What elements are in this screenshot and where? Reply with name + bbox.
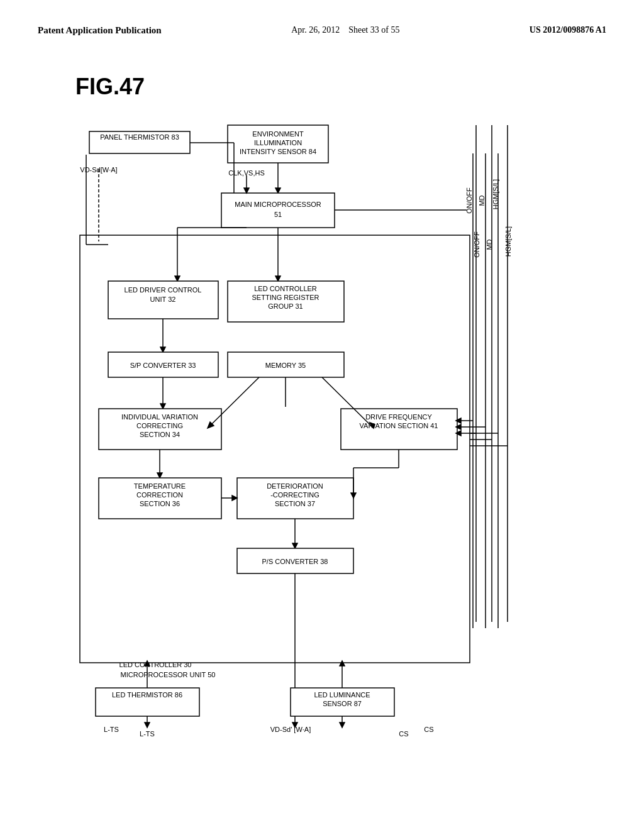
svg-marker-108 [340, 722, 345, 728]
svg-text:CS: CS [424, 726, 433, 733]
svg-text:INDIVIDUAL VARIATION: INDIVIDUAL VARIATION [121, 413, 198, 421]
svg-text:CS: CS [399, 730, 408, 738]
svg-text:LED THERMISTOR 86: LED THERMISTOR 86 [112, 691, 182, 699]
svg-text:VD-Sd' [W·A]: VD-Sd' [W·A] [270, 726, 311, 733]
svg-text:P/S CONVERTER 38: P/S CONVERTER 38 [262, 558, 328, 565]
svg-text:DRIVE FREQUENCY: DRIVE FREQUENCY [365, 413, 432, 421]
svg-text:HGM[S/L]: HGM[S/L] [492, 179, 499, 209]
svg-marker-12 [275, 188, 280, 193]
header-right: US 2012/0098876 A1 [530, 25, 606, 35]
svg-text:MICROPROCESSOR UNIT 50: MICROPROCESSOR UNIT 50 [121, 671, 216, 678]
svg-text:CORRECTING: CORRECTING [136, 422, 183, 429]
svg-text:LED LUMINANCE: LED LUMINANCE [314, 691, 370, 699]
svg-text:SECTION 36: SECTION 36 [140, 500, 180, 507]
svg-text:CORRECTION: CORRECTION [136, 491, 183, 499]
svg-text:DETERIORATION: DETERIORATION [267, 482, 323, 490]
svg-text:LED CONTROLLER: LED CONTROLLER [254, 285, 317, 292]
svg-text:TEMPERATURE: TEMPERATURE [134, 482, 186, 490]
svg-text:L-TS: L-TS [104, 726, 119, 733]
svg-text:LED DRIVER CONTROL: LED DRIVER CONTROL [125, 286, 202, 294]
svg-text:INTENSITY SENSOR 84: INTENSITY SENSOR 84 [240, 148, 316, 155]
diagram-container: ENVIRONMENT ILLUMINATION INTENSITY SENSO… [52, 119, 592, 760]
diagram-svg: ENVIRONMENT ILLUMINATION INTENSITY SENSO… [52, 119, 592, 760]
header-center: Apr. 26, 2012 Sheet 33 of 55 [291, 25, 399, 35]
header-left: Patent Application Publication [38, 25, 162, 36]
svg-text:ENVIRONMENT: ENVIRONMENT [252, 130, 304, 138]
svg-text:S/P CONVERTER 33: S/P CONVERTER 33 [130, 362, 196, 369]
svg-text:SENSOR 87: SENSOR 87 [323, 700, 362, 707]
page-header: Patent Application Publication Apr. 26, … [38, 25, 606, 36]
svg-text:HGM[S/L]: HGM[S/L] [504, 226, 512, 257]
svg-text:ON/OFF: ON/OFF [473, 231, 480, 258]
page: Patent Application Publication Apr. 26, … [0, 0, 644, 830]
svg-text:ILLUMINATION: ILLUMINATION [254, 139, 302, 147]
svg-text:ON/OFF: ON/OFF [465, 187, 473, 214]
svg-text:UNIT 32: UNIT 32 [150, 296, 176, 303]
svg-marker-20 [244, 188, 249, 193]
svg-text:MAIN MICROPROCESSOR: MAIN MICROPROCESSOR [235, 201, 321, 208]
svg-text:GROUP 31: GROUP 31 [268, 302, 303, 310]
svg-text:MD: MD [478, 195, 486, 206]
svg-text:PANEL THERMISTOR 83: PANEL THERMISTOR 83 [100, 133, 179, 141]
svg-text:-CORRECTING: -CORRECTING [270, 491, 319, 499]
svg-marker-103 [145, 722, 150, 728]
svg-text:SECTION 37: SECTION 37 [275, 500, 315, 507]
svg-text:51: 51 [274, 211, 282, 218]
svg-text:L-TS: L-TS [140, 730, 155, 738]
svg-text:MEMORY 35: MEMORY 35 [265, 362, 306, 369]
svg-text:SECTION 34: SECTION 34 [140, 431, 180, 438]
fig-title: FIG.47 [75, 74, 606, 100]
svg-text:SETTING REGISTER: SETTING REGISTER [252, 294, 319, 301]
